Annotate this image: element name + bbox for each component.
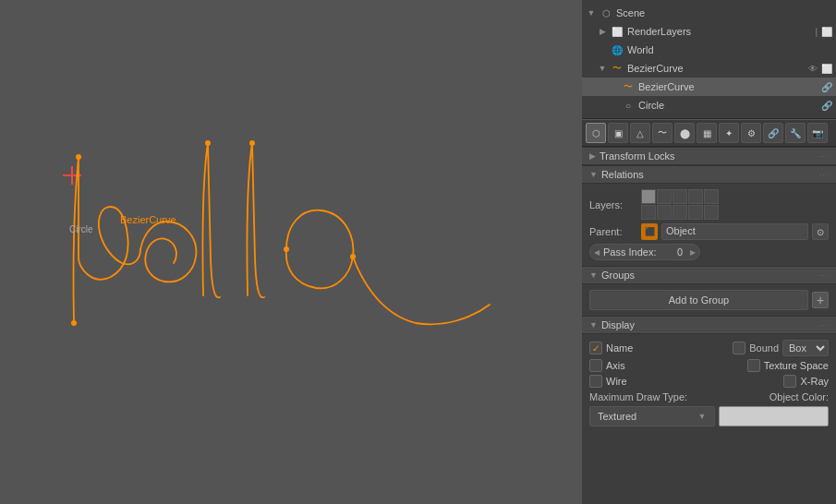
bezier-restrict[interactable]: ⬜ bbox=[821, 64, 832, 74]
tool-obj-btn[interactable]: ▣ bbox=[608, 123, 628, 143]
render-restrict[interactable]: ⬜ bbox=[821, 27, 832, 37]
relations-content: Layers: Parent: ⬛ bbox=[582, 184, 836, 266]
tool-mesh-btn[interactable]: △ bbox=[630, 123, 650, 143]
tree-row-scene[interactable]: ▼ ⬡ Scene bbox=[582, 4, 836, 22]
parent-select[interactable]: Object bbox=[661, 223, 808, 240]
display-label: Display bbox=[601, 319, 635, 330]
render-eye[interactable]: | bbox=[815, 27, 818, 37]
tool-tex-btn[interactable]: ▦ bbox=[697, 123, 717, 143]
add-group-plus-btn[interactable]: + bbox=[812, 292, 829, 308]
wire-label: Wire bbox=[606, 376, 627, 387]
max-draw-chevron: ▼ bbox=[698, 412, 707, 421]
layer-cell-9[interactable] bbox=[688, 205, 703, 220]
layer-cell-5[interactable] bbox=[704, 189, 719, 204]
tree-row-bezier-parent[interactable]: ▼ 〜 BezierCurve 👁 ⬜ bbox=[582, 59, 836, 78]
circle-label: Circle bbox=[638, 100, 664, 111]
layers-label: Layers: bbox=[589, 199, 636, 210]
parent-row: Parent: ⬛ Object ⊙ bbox=[589, 223, 829, 240]
tool-mod-btn[interactable]: 🔧 bbox=[785, 123, 806, 143]
layer-cell-3[interactable] bbox=[672, 189, 687, 204]
bezier-child-icon: 〜 bbox=[621, 79, 636, 94]
name-label: Name bbox=[606, 342, 633, 354]
layer-cell-1[interactable] bbox=[641, 189, 656, 204]
bound-select[interactable]: Box bbox=[782, 340, 829, 356]
scene-tree: ▼ ⬡ Scene ▶ ⬜ RenderLayers | ⬜ 🌐 World ▼… bbox=[582, 0, 836, 119]
display-header[interactable]: ▼ Display ··· bbox=[582, 316, 836, 334]
pass-right-arrow[interactable]: ▶ bbox=[690, 248, 696, 257]
texture-space-checkbox[interactable] bbox=[747, 359, 760, 372]
max-draw-type-label: Maximum Draw Type: bbox=[589, 391, 687, 402]
layer-cell-2[interactable] bbox=[657, 189, 672, 204]
world-toggle[interactable] bbox=[597, 44, 608, 55]
render-toggle[interactable]: ▶ bbox=[597, 26, 608, 37]
wire-checkbox[interactable] bbox=[589, 375, 602, 388]
add-to-group-btn[interactable]: Add to Group bbox=[589, 290, 808, 310]
tool-part-btn[interactable]: ✦ bbox=[719, 123, 739, 143]
layers-row: Layers: bbox=[589, 189, 829, 220]
bezier-child-label: BezierCurve bbox=[638, 81, 695, 92]
svg-point-0 bbox=[76, 154, 81, 160]
wire-xray-row: Wire X-Ray bbox=[589, 375, 829, 388]
max-draw-select[interactable]: Textured ▼ bbox=[589, 406, 715, 426]
svg-point-1 bbox=[71, 320, 77, 326]
tree-row-bezier-child[interactable]: 〜 BezierCurve 🔗 bbox=[582, 78, 836, 96]
transform-locks-header[interactable]: ▶ Transform Locks ··· bbox=[582, 147, 836, 165]
bezier-child-link[interactable]: 🔗 bbox=[821, 82, 832, 92]
layers-grid[interactable] bbox=[641, 189, 719, 220]
parent-arrow-btn[interactable]: ⊙ bbox=[812, 223, 829, 240]
layer-cell-7[interactable] bbox=[657, 205, 672, 220]
grp-dots: ··· bbox=[818, 270, 829, 280]
bezier-parent-label: BezierCurve bbox=[627, 63, 684, 74]
parent-cube-icon: ⬛ bbox=[641, 223, 658, 240]
bound-checkbox[interactable] bbox=[733, 342, 745, 354]
pass-index-label: Pass Index: bbox=[603, 246, 656, 258]
bezier-child-toggle[interactable] bbox=[608, 81, 619, 92]
viewport[interactable]: BezierCurve Circle bbox=[0, 0, 582, 504]
tool-curve-btn[interactable]: 〜 bbox=[652, 123, 672, 143]
circle-toggle[interactable] bbox=[608, 100, 619, 111]
name-bound-row: Name Bound Box bbox=[589, 340, 829, 356]
groups-header[interactable]: ▼ Groups ··· bbox=[582, 266, 836, 284]
tool-cns-btn[interactable]: 🔗 bbox=[763, 123, 783, 143]
tool-render-btn[interactable]: ⬡ bbox=[586, 123, 606, 143]
relations-label: Relations bbox=[601, 169, 644, 180]
circle-link[interactable]: 🔗 bbox=[821, 101, 832, 111]
x-ray-checkbox[interactable] bbox=[783, 375, 796, 388]
texture-space-label: Texture Space bbox=[764, 360, 829, 371]
rel-dots: ··· bbox=[818, 170, 829, 179]
layer-cell-4[interactable] bbox=[688, 189, 703, 204]
bezier-parent-icon: 〜 bbox=[610, 61, 624, 76]
name-group: Name bbox=[589, 342, 707, 354]
layer-cell-6[interactable] bbox=[641, 205, 656, 220]
svg-point-3 bbox=[249, 140, 255, 146]
bottom-row: Textured ▼ bbox=[589, 406, 829, 426]
tool-cam-btn[interactable]: 📷 bbox=[807, 123, 828, 143]
plus-icon: + bbox=[817, 293, 824, 307]
tool-mat-btn[interactable]: ⬤ bbox=[674, 123, 695, 143]
scene-toggle[interactable]: ▼ bbox=[586, 7, 597, 18]
rel-arrow: ▼ bbox=[589, 170, 598, 179]
properties-panel: ▶ Transform Locks ··· ▼ Relations ··· La… bbox=[582, 147, 836, 504]
tl-dots: ··· bbox=[818, 151, 829, 161]
bezier-parent-toggle[interactable]: ▼ bbox=[597, 63, 608, 74]
name-checkbox[interactable] bbox=[589, 342, 602, 354]
toolbar-strip: ⬡ ▣ △ 〜 ⬤ ▦ ✦ ⚙ 🔗 🔧 📷 bbox=[582, 119, 836, 147]
curve-svg bbox=[0, 0, 582, 504]
max-draw-obj-color-labels: Maximum Draw Type: Object Color: bbox=[589, 391, 829, 402]
axis-checkbox[interactable] bbox=[589, 359, 602, 372]
bezier-eye[interactable]: 👁 bbox=[808, 64, 818, 74]
relations-header[interactable]: ▼ Relations ··· bbox=[582, 165, 836, 184]
tree-row-renderlayers[interactable]: ▶ ⬜ RenderLayers | ⬜ bbox=[582, 22, 836, 41]
tree-row-circle[interactable]: ○ Circle 🔗 bbox=[582, 96, 836, 114]
layer-cell-8[interactable] bbox=[672, 205, 687, 220]
object-color-swatch[interactable] bbox=[719, 406, 830, 426]
right-panel: ▼ ⬡ Scene ▶ ⬜ RenderLayers | ⬜ 🌐 World ▼… bbox=[582, 0, 836, 504]
layer-cell-10[interactable] bbox=[704, 205, 719, 220]
groups-label: Groups bbox=[601, 270, 635, 281]
tool-phy-btn[interactable]: ⚙ bbox=[741, 123, 761, 143]
world-label: World bbox=[627, 44, 654, 55]
pass-index-field[interactable]: ◀ Pass Index: 0 ▶ bbox=[589, 244, 700, 260]
tree-row-world[interactable]: 🌐 World bbox=[582, 41, 836, 59]
pass-left-arrow[interactable]: ◀ bbox=[594, 248, 600, 257]
svg-point-5 bbox=[350, 254, 356, 259]
